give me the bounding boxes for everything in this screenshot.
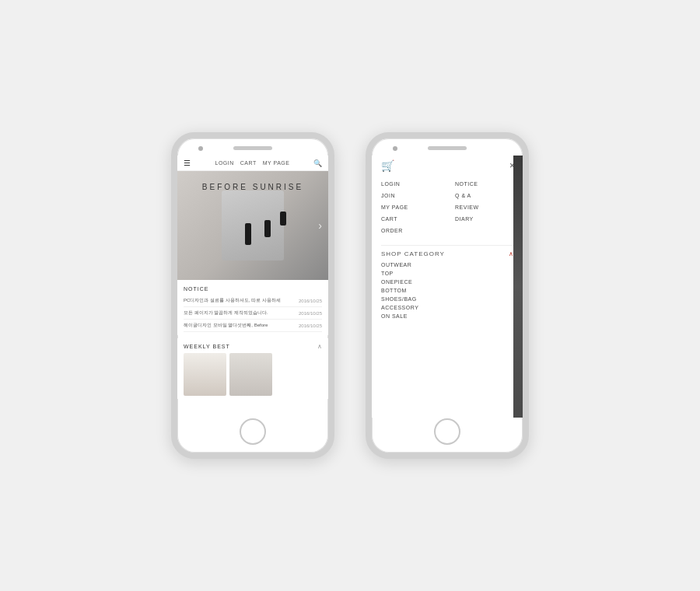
- menu-item-login[interactable]: LOGIN: [381, 179, 439, 189]
- hero-banner: BEFORE SUNRISE ›: [177, 171, 328, 280]
- hero-image: [222, 191, 284, 261]
- menu-divider: [381, 245, 513, 246]
- menu-item-cart[interactable]: CART: [381, 214, 439, 224]
- menu-item-order[interactable]: ORDER: [381, 226, 439, 236]
- nav-mypage[interactable]: MY PAGE: [263, 160, 290, 166]
- menu-item-qa[interactable]: Q & A: [455, 191, 513, 201]
- weekly-items-grid: [184, 353, 322, 396]
- menu-overlay: 🛒 × LOGIN NOTICE JOIN Q & A MY PAGE REVI…: [372, 156, 523, 418]
- figure-3: [280, 212, 286, 226]
- figure-2: [264, 220, 271, 237]
- category-items-list: OUTWEAR TOP ONEPIECE BOTTOM SHOES/BAG AC…: [381, 262, 513, 319]
- dark-side-panel: [513, 156, 523, 418]
- category-shoes-bag[interactable]: SHOES/BAG: [381, 296, 513, 302]
- menu-item-review[interactable]: REVIEW: [455, 202, 513, 212]
- hamburger-icon[interactable]: ☰: [184, 159, 191, 167]
- camera-dot-2: [393, 146, 397, 151]
- notice-text-2: 모든 페이지가 깔끔하게 제작되었습니다.: [184, 309, 296, 316]
- category-accessory[interactable]: ACCESSORY: [381, 305, 513, 310]
- phone1-navbar: ☰ LOGIN CART MY PAGE 🔍: [177, 156, 328, 171]
- nav-login[interactable]: LOGIN: [215, 160, 234, 166]
- notice-title: NOTICE: [184, 286, 322, 292]
- notice-text-3: 헤이글디자인 모바일 열다섯번째, Before: [184, 322, 296, 329]
- weekly-item-2[interactable]: [229, 353, 272, 396]
- category-top[interactable]: TOP: [381, 271, 513, 276]
- category-on-sale[interactable]: ON SALE: [381, 313, 513, 319]
- phone-menu: 🛒 × LOGIN NOTICE JOIN Q & A MY PAGE REVI…: [366, 132, 529, 459]
- menu-item-join[interactable]: JOIN: [381, 191, 439, 201]
- notice-row-1[interactable]: PC디자인과 설료를 사용하셔도, 따로 사용하세 2016/10/25: [184, 295, 322, 307]
- menu-item-mypage[interactable]: MY PAGE: [381, 202, 439, 212]
- weekly-best-section: WEEKLY BEST ∧: [177, 338, 328, 399]
- phone-main: ☰ LOGIN CART MY PAGE 🔍 BEFORE SUNRISE › …: [171, 132, 334, 459]
- menu-section: LOGIN NOTICE JOIN Q & A MY PAGE REVIEW C…: [372, 156, 523, 325]
- search-icon[interactable]: 🔍: [313, 159, 322, 167]
- weekly-header: WEEKLY BEST ∧: [184, 343, 322, 350]
- notice-section: NOTICE PC디자인과 설료를 사용하셔도, 따로 사용하세 2016/10…: [177, 280, 328, 335]
- weekly-item-1[interactable]: [184, 353, 226, 396]
- notice-row-3[interactable]: 헤이글디자인 모바일 열다섯번째, Before 2016/10/25: [184, 320, 322, 332]
- phone2-screen: 🛒 × LOGIN NOTICE JOIN Q & A MY PAGE REVI…: [372, 156, 523, 418]
- figure-1: [245, 223, 251, 245]
- notice-text-1: PC디자인과 설료를 사용하셔도, 따로 사용하세: [184, 297, 296, 304]
- notice-row-2[interactable]: 모든 페이지가 깔끔하게 제작되었습니다. 2016/10/25: [184, 307, 322, 320]
- weekly-title: WEEKLY BEST: [184, 344, 230, 349]
- notice-date-3: 2016/10/25: [299, 323, 322, 328]
- category-outwear[interactable]: OUTWEAR: [381, 262, 513, 268]
- nav-links: LOGIN CART MY PAGE: [215, 160, 290, 166]
- menu-item-notice[interactable]: NOTICE: [455, 179, 513, 189]
- hero-next-arrow[interactable]: ›: [318, 219, 322, 232]
- notice-date-1: 2016/10/25: [299, 299, 322, 303]
- category-bottom[interactable]: BOTTOM: [381, 288, 513, 293]
- nav-cart[interactable]: CART: [240, 160, 257, 166]
- category-onepiece[interactable]: ONEPIECE: [381, 279, 513, 285]
- shop-category-header[interactable]: SHOP CATEGORY ∧: [381, 250, 513, 257]
- phone1-screen: ☰ LOGIN CART MY PAGE 🔍 BEFORE SUNRISE › …: [177, 156, 328, 418]
- shop-category-title: SHOP CATEGORY: [381, 250, 445, 257]
- camera-dot: [198, 146, 203, 151]
- cart-icon[interactable]: 🛒: [381, 159, 394, 172]
- menu-item-diary[interactable]: DIARY: [455, 214, 513, 224]
- menu-grid: LOGIN NOTICE JOIN Q & A MY PAGE REVIEW C…: [381, 179, 513, 236]
- weekly-chevron-icon[interactable]: ∧: [317, 343, 322, 350]
- notice-date-2: 2016/10/25: [299, 311, 322, 316]
